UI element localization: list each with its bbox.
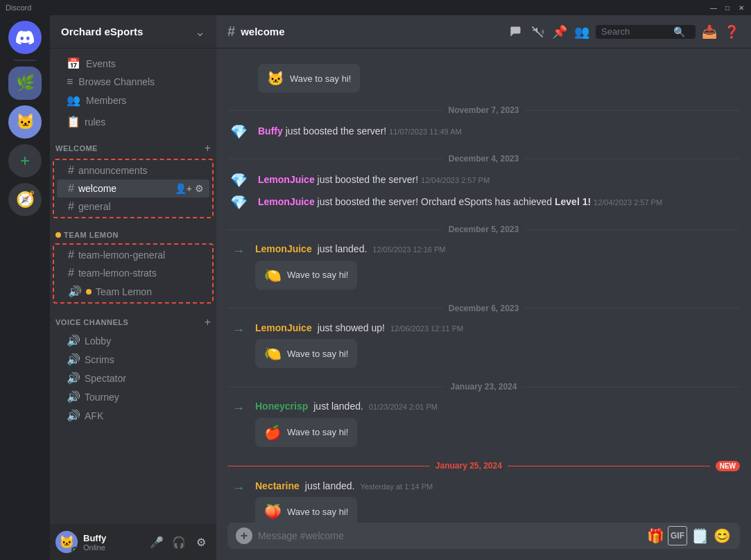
gift-button[interactable]: 🎁 <box>646 526 665 545</box>
boost-text-lemon1: just boosted the server! <box>318 174 421 185</box>
emoji-button[interactable]: 😊 <box>712 526 732 545</box>
boost-content-buffy: Buffy just boosted the server! 11/07/202… <box>258 125 740 139</box>
user-panel-avatar[interactable]: 🐱 <box>55 531 78 553</box>
maximize-button[interactable]: □ <box>723 3 732 12</box>
channel-item-afk[interactable]: 🔊 AFK <box>55 406 211 425</box>
sidebar-item-browse[interactable]: ≡ Browse Channels <box>55 73 211 91</box>
voice-icon-tl: 🔊 <box>68 285 82 298</box>
add-member-icon[interactable]: 👤+ <box>175 183 192 194</box>
headphones-button[interactable]: 🎧 <box>169 532 189 552</box>
wave-emoji-top: 🐱 <box>267 70 284 87</box>
date-label-dec5: December 5, 2023 <box>449 225 519 234</box>
join-arrow-icon-dec6: → <box>227 323 250 338</box>
wave-text-lemon-dec5: Wave to say hi! <box>287 270 348 280</box>
explore-server-button[interactable]: 🧭 <box>8 183 42 216</box>
date-line-right-jan25 <box>508 466 710 466</box>
mute-icon-btn[interactable] <box>529 24 546 40</box>
add-server-button[interactable]: + <box>8 144 42 177</box>
sidebar-item-events[interactable]: 📅 Events <box>55 54 211 73</box>
wave-button-lemon-dec6[interactable]: 🍋 Wave to say hi! <box>255 339 357 368</box>
channel-item-spectator[interactable]: 🔊 Spectator <box>55 369 211 387</box>
channel-item-general[interactable]: # general <box>57 198 209 216</box>
wave-button-lemon-dec5[interactable]: 🍋 Wave to say hi! <box>255 261 357 290</box>
date-label-nov7: November 7, 2023 <box>448 105 519 115</box>
wave-emoji-nectarine: 🍑 <box>264 503 282 520</box>
settings-icon[interactable]: ⚙ <box>195 183 204 194</box>
category-voice[interactable]: Voice Channels + <box>50 305 216 331</box>
wave-button-nectarine[interactable]: 🍑 Wave to say hi! <box>255 497 357 523</box>
channel-item-team-lemon-general[interactable]: # team-lemon-general <box>57 246 209 264</box>
channel-item-rules[interactable]: 📋 rules <box>55 112 211 131</box>
rules-icon: 📋 <box>67 115 80 128</box>
voice-icon-spectator: 🔊 <box>67 371 80 385</box>
pin-icon-btn[interactable]: 📌 <box>551 24 568 40</box>
server-header[interactable]: Orchard eSports ⌄ <box>50 15 216 49</box>
server-icon-cat[interactable]: 🐱 <box>8 105 42 139</box>
close-button[interactable]: ✕ <box>737 3 745 12</box>
channel-item-welcome[interactable]: # welcome 👤+ ⚙ <box>57 180 209 198</box>
join-arrow-icon: → <box>227 244 250 259</box>
help-icon-btn[interactable]: ❓ <box>723 24 740 40</box>
members-icon-btn[interactable]: 👥 <box>573 24 590 40</box>
join-arrow-icon-nect: → <box>227 481 250 496</box>
boost-author-lemon1: LemonJuice <box>258 174 315 185</box>
wave-text-nectarine: Wave to say hi! <box>287 507 348 517</box>
date-line-left-jan23 <box>227 387 444 387</box>
search-bar: 🔍 <box>596 25 696 39</box>
user-panel-info: Buffy Online <box>83 533 141 552</box>
lobby-label: Lobby <box>85 335 111 347</box>
channel-item-team-lemon-strats[interactable]: # team-lemon-strats <box>57 264 209 282</box>
microphone-button[interactable]: 🎤 <box>147 532 166 552</box>
join-row-honeycrisp: → Honeycrisp just landed. 01/23/2024 2:0… <box>216 397 751 450</box>
category-team-lemon[interactable]: Team Lemon <box>50 220 216 242</box>
chat-header-actions: 📌 👥 🔍 📥 ❓ <box>507 24 740 40</box>
user-panel: 🐱 Buffy Online 🎤 🎧 ⚙ <box>50 524 216 560</box>
server-sidebar: 🌿 🐱 + 🧭 <box>0 15 50 560</box>
sticker-button[interactable]: 🗒️ <box>690 526 709 545</box>
boost-diamond-icon: 💎 <box>227 123 250 140</box>
category-welcome-label: Welcome <box>55 144 98 152</box>
channel-item-team-lemon-voice[interactable]: 🔊 Team Lemon <box>57 282 209 301</box>
voice-icon-tourney: 🔊 <box>67 390 80 403</box>
join-author-lemon-dec5: LemonJuice <box>255 243 312 254</box>
events-icon: 📅 <box>67 57 80 70</box>
members-icon: 👥 <box>67 94 80 107</box>
date-divider-dec6: December 6, 2023 <box>216 292 751 319</box>
gif-button[interactable]: GIF <box>668 526 687 545</box>
join-content-lemon-dec5: LemonJuice just landed. 12/05/2023 12:16… <box>255 243 740 290</box>
discord-home-button[interactable] <box>8 21 42 54</box>
welcome-label: welcome <box>78 183 116 194</box>
wave-button-top[interactable]: 🐱 Wave to say hi! <box>258 64 360 93</box>
message-input[interactable] <box>258 523 640 549</box>
initial-wave-row: 🐱 Wave to say hi! <box>216 60 751 94</box>
members-label: Members <box>86 95 126 106</box>
main-content: # welcome 📌 👥 🔍 📥 ❓ <box>216 15 751 560</box>
boost-timestamp-lemon1: 12/04/2023 2:57 PM <box>421 176 490 184</box>
join-content-lemon-dec6: LemonJuice just showed up! 12/06/2023 12… <box>255 322 740 369</box>
sidebar-item-members[interactable]: 👥 Members <box>55 91 211 110</box>
inbox-icon-btn[interactable]: 📥 <box>701 24 718 40</box>
server-icon-orchard[interactable]: 🌿 <box>8 67 42 100</box>
date-label-dec6: December 6, 2023 <box>449 304 519 313</box>
minimize-button[interactable]: — <box>709 3 718 12</box>
category-welcome[interactable]: Welcome + <box>50 131 216 157</box>
date-label-dec4: December 4, 2023 <box>449 154 519 164</box>
team-lemon-general-label: team-lemon-general <box>78 250 165 261</box>
channel-item-scrims[interactable]: 🔊 Scrims <box>55 350 211 369</box>
date-line-left <box>227 110 442 111</box>
message-input-box: + 🎁 GIF 🗒️ 😊 <box>227 523 740 549</box>
settings-button[interactable]: ⚙ <box>191 532 211 552</box>
category-voice-add-icon[interactable]: + <box>205 316 211 329</box>
date-line-right-dec5 <box>524 229 740 230</box>
category-welcome-add-icon[interactable]: + <box>205 142 211 155</box>
wave-button-honeycrisp[interactable]: 🍎 Wave to say hi! <box>255 418 357 447</box>
thread-icon-btn[interactable] <box>507 24 524 40</box>
channel-item-tourney[interactable]: 🔊 Tourney <box>55 387 211 406</box>
voice-icon-lobby: 🔊 <box>67 334 80 347</box>
boost-row-lemon1: 💎 LemonJuice just boosted the server! 12… <box>216 169 751 191</box>
voice-icon-afk: 🔊 <box>67 409 80 422</box>
channel-item-lobby[interactable]: 🔊 Lobby <box>55 331 211 350</box>
message-add-button[interactable]: + <box>236 527 252 544</box>
channel-item-announcements[interactable]: # announcements <box>57 161 209 180</box>
search-input[interactable] <box>601 26 671 37</box>
